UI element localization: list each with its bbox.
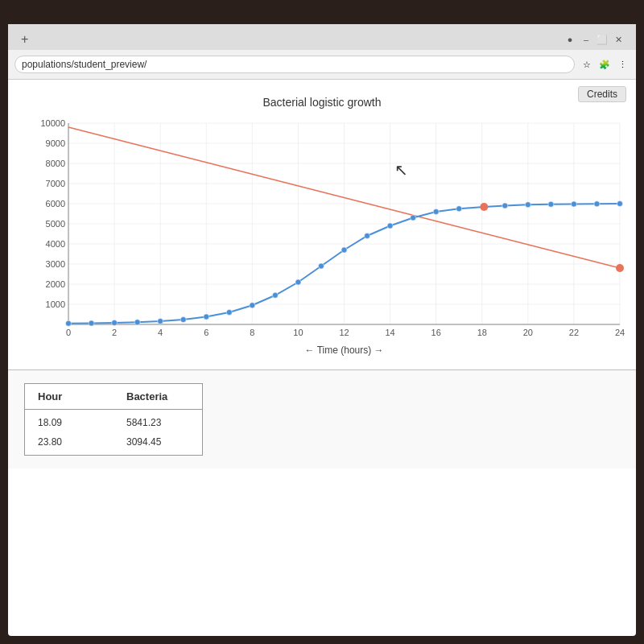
menu-icon[interactable]: ⋮ <box>615 57 630 72</box>
maximize-button[interactable]: ⬜ <box>597 35 607 44</box>
table-row: 18.09 5841.23 <box>25 413 202 432</box>
hour-header: Hour <box>25 387 114 406</box>
row2-hour: 23.80 <box>25 434 114 450</box>
record-button[interactable]: ● <box>565 35 575 44</box>
url-input[interactable] <box>14 56 575 73</box>
bookmark-icon[interactable]: ☆ <box>580 57 594 72</box>
chart-container: Bacterial logistic growth <box>8 80 636 369</box>
row2-bacteria: 3094.45 <box>114 434 202 450</box>
table-row: 23.80 3094.45 <box>25 432 202 452</box>
data-section: Hour Bacteria 18.09 5841.23 23.80 3094.4… <box>8 369 636 469</box>
table-rows: 18.09 5841.23 23.80 3094.45 <box>25 410 202 455</box>
extensions-icon[interactable]: 🧩 <box>597 57 612 72</box>
table-header: Hour Bacteria <box>25 384 202 410</box>
new-tab-button[interactable]: + <box>14 31 35 48</box>
minimize-button[interactable]: – <box>581 35 591 44</box>
chart-title: Bacterial logistic growth <box>24 96 620 109</box>
chart-area <box>24 115 620 357</box>
bacteria-header: Bacteria <box>114 387 202 406</box>
data-table: Hour Bacteria 18.09 5841.23 23.80 3094.4… <box>24 383 203 456</box>
row1-bacteria: 5841.23 <box>114 415 202 431</box>
row1-hour: 18.09 <box>25 415 114 431</box>
close-button[interactable]: ✕ <box>613 35 623 44</box>
